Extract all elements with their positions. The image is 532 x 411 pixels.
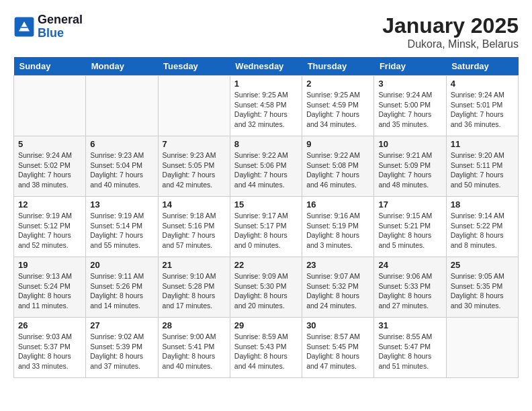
day-info: Sunrise: 9:25 AM Sunset: 4:59 PM Dayligh… [306, 90, 369, 130]
day-number: 28 [163, 320, 226, 330]
day-info: Sunrise: 9:24 AM Sunset: 5:00 PM Dayligh… [378, 90, 441, 130]
calendar-day-cell [14, 76, 86, 136]
day-number: 19 [18, 260, 81, 270]
day-info: Sunrise: 9:21 AM Sunset: 5:09 PM Dayligh… [378, 150, 441, 190]
calendar-day-cell: 1Sunrise: 9:25 AM Sunset: 4:58 PM Daylig… [230, 76, 302, 136]
calendar-day-cell: 8Sunrise: 9:22 AM Sunset: 5:06 PM Daylig… [230, 136, 302, 197]
location: Dukora, Minsk, Belarus [382, 38, 519, 50]
day-number: 9 [306, 139, 369, 149]
calendar-day-cell: 24Sunrise: 9:06 AM Sunset: 5:33 PM Dayli… [374, 257, 446, 318]
day-info: Sunrise: 9:09 AM Sunset: 5:30 PM Dayligh… [234, 271, 298, 311]
calendar-day-cell: 13Sunrise: 9:19 AM Sunset: 5:14 PM Dayli… [86, 197, 158, 257]
day-number: 23 [306, 260, 369, 270]
day-number: 7 [163, 139, 226, 149]
weekday-header-tuesday: Tuesday [158, 57, 230, 76]
calendar-week-row: 19Sunrise: 9:13 AM Sunset: 5:24 PM Dayli… [14, 257, 519, 318]
day-number: 2 [306, 79, 369, 89]
day-number: 14 [163, 199, 226, 210]
day-info: Sunrise: 8:59 AM Sunset: 5:43 PM Dayligh… [234, 332, 298, 371]
logo-text: General Blue [38, 13, 83, 40]
weekday-header-saturday: Saturday [446, 57, 518, 76]
day-info: Sunrise: 9:03 AM Sunset: 5:37 PM Dayligh… [18, 332, 81, 371]
calendar-day-cell: 27Sunrise: 9:02 AM Sunset: 5:39 PM Dayli… [86, 318, 158, 378]
day-number: 31 [378, 320, 441, 330]
day-number: 24 [378, 260, 441, 270]
calendar-day-cell: 2Sunrise: 9:25 AM Sunset: 4:59 PM Daylig… [302, 76, 374, 136]
svg-rect-2 [21, 27, 28, 28]
day-info: Sunrise: 9:17 AM Sunset: 5:17 PM Dayligh… [234, 211, 298, 250]
calendar-day-cell: 30Sunrise: 8:57 AM Sunset: 5:45 PM Dayli… [302, 318, 374, 378]
day-number: 21 [163, 260, 226, 270]
day-info: Sunrise: 9:19 AM Sunset: 5:12 PM Dayligh… [18, 211, 81, 250]
calendar-table: SundayMondayTuesdayWednesdayThursdayFrid… [13, 57, 519, 378]
day-number: 18 [451, 199, 514, 210]
weekday-header-sunday: Sunday [14, 57, 86, 76]
calendar-day-cell: 31Sunrise: 8:55 AM Sunset: 5:47 PM Dayli… [374, 318, 446, 378]
calendar-day-cell: 28Sunrise: 9:00 AM Sunset: 5:41 PM Dayli… [158, 318, 230, 378]
weekday-header-monday: Monday [86, 57, 158, 76]
calendar-header: SundayMondayTuesdayWednesdayThursdayFrid… [14, 57, 519, 76]
calendar-day-cell: 4Sunrise: 9:24 AM Sunset: 5:01 PM Daylig… [446, 76, 518, 136]
day-number: 5 [18, 139, 81, 149]
day-info: Sunrise: 9:16 AM Sunset: 5:19 PM Dayligh… [306, 211, 369, 250]
calendar-body: 1Sunrise: 9:25 AM Sunset: 4:58 PM Daylig… [14, 76, 519, 378]
calendar-week-row: 5Sunrise: 9:24 AM Sunset: 5:02 PM Daylig… [14, 136, 519, 197]
day-info: Sunrise: 8:57 AM Sunset: 5:45 PM Dayligh… [306, 332, 369, 371]
day-info: Sunrise: 8:55 AM Sunset: 5:47 PM Dayligh… [378, 332, 441, 371]
day-info: Sunrise: 9:02 AM Sunset: 5:39 PM Dayligh… [90, 332, 153, 371]
day-number: 16 [306, 199, 369, 210]
day-number: 20 [90, 260, 153, 270]
day-number: 4 [451, 79, 514, 89]
calendar-day-cell: 9Sunrise: 9:22 AM Sunset: 5:08 PM Daylig… [302, 136, 374, 197]
day-number: 11 [451, 139, 514, 149]
calendar-day-cell: 14Sunrise: 9:18 AM Sunset: 5:16 PM Dayli… [158, 197, 230, 257]
day-number: 13 [90, 199, 153, 210]
calendar-day-cell: 16Sunrise: 9:16 AM Sunset: 5:19 PM Dayli… [302, 197, 374, 257]
day-number: 17 [378, 199, 441, 210]
logo-icon [13, 16, 35, 38]
calendar-day-cell: 21Sunrise: 9:10 AM Sunset: 5:28 PM Dayli… [158, 257, 230, 318]
day-info: Sunrise: 9:07 AM Sunset: 5:32 PM Dayligh… [306, 271, 369, 311]
page-header: General Blue January 2025 Dukora, Minsk,… [13, 13, 519, 50]
day-number: 1 [234, 79, 298, 89]
calendar-day-cell: 29Sunrise: 8:59 AM Sunset: 5:43 PM Dayli… [230, 318, 302, 378]
calendar-day-cell: 5Sunrise: 9:24 AM Sunset: 5:02 PM Daylig… [14, 136, 86, 197]
weekday-header-friday: Friday [374, 57, 446, 76]
day-info: Sunrise: 9:05 AM Sunset: 5:35 PM Dayligh… [451, 271, 514, 311]
day-number: 27 [90, 320, 153, 330]
day-info: Sunrise: 9:19 AM Sunset: 5:14 PM Dayligh… [90, 211, 153, 250]
calendar-day-cell: 3Sunrise: 9:24 AM Sunset: 5:00 PM Daylig… [374, 76, 446, 136]
logo: General Blue [13, 13, 83, 40]
day-number: 10 [378, 139, 441, 149]
weekday-header-thursday: Thursday [302, 57, 374, 76]
day-number: 26 [18, 320, 81, 330]
calendar-day-cell: 10Sunrise: 9:21 AM Sunset: 5:09 PM Dayli… [374, 136, 446, 197]
calendar-day-cell: 15Sunrise: 9:17 AM Sunset: 5:17 PM Dayli… [230, 197, 302, 257]
weekday-header-wednesday: Wednesday [230, 57, 302, 76]
calendar-day-cell: 22Sunrise: 9:09 AM Sunset: 5:30 PM Dayli… [230, 257, 302, 318]
calendar-week-row: 1Sunrise: 9:25 AM Sunset: 4:58 PM Daylig… [14, 76, 519, 136]
day-info: Sunrise: 9:10 AM Sunset: 5:28 PM Dayligh… [163, 271, 226, 311]
calendar-day-cell: 18Sunrise: 9:14 AM Sunset: 5:22 PM Dayli… [446, 197, 518, 257]
day-number: 22 [234, 260, 298, 270]
day-info: Sunrise: 9:00 AM Sunset: 5:41 PM Dayligh… [163, 332, 226, 371]
day-info: Sunrise: 9:06 AM Sunset: 5:33 PM Dayligh… [378, 271, 441, 311]
calendar-day-cell: 26Sunrise: 9:03 AM Sunset: 5:37 PM Dayli… [14, 318, 86, 378]
calendar-day-cell: 11Sunrise: 9:20 AM Sunset: 5:11 PM Dayli… [446, 136, 518, 197]
day-number: 30 [306, 320, 369, 330]
day-number: 6 [90, 139, 153, 149]
day-info: Sunrise: 9:22 AM Sunset: 5:08 PM Dayligh… [306, 150, 369, 190]
calendar-day-cell: 23Sunrise: 9:07 AM Sunset: 5:32 PM Dayli… [302, 257, 374, 318]
day-number: 3 [378, 79, 441, 89]
day-number: 29 [234, 320, 298, 330]
day-info: Sunrise: 9:11 AM Sunset: 5:26 PM Dayligh… [90, 271, 153, 311]
day-number: 25 [451, 260, 514, 270]
title-block: January 2025 Dukora, Minsk, Belarus [382, 13, 519, 50]
day-info: Sunrise: 9:13 AM Sunset: 5:24 PM Dayligh… [18, 271, 81, 311]
day-info: Sunrise: 9:23 AM Sunset: 5:04 PM Dayligh… [90, 150, 153, 190]
day-info: Sunrise: 9:24 AM Sunset: 5:02 PM Dayligh… [18, 150, 81, 190]
calendar-day-cell: 6Sunrise: 9:23 AM Sunset: 5:04 PM Daylig… [86, 136, 158, 197]
day-info: Sunrise: 9:25 AM Sunset: 4:58 PM Dayligh… [234, 90, 298, 130]
month-title: January 2025 [382, 13, 519, 38]
day-info: Sunrise: 9:15 AM Sunset: 5:21 PM Dayligh… [378, 211, 441, 250]
